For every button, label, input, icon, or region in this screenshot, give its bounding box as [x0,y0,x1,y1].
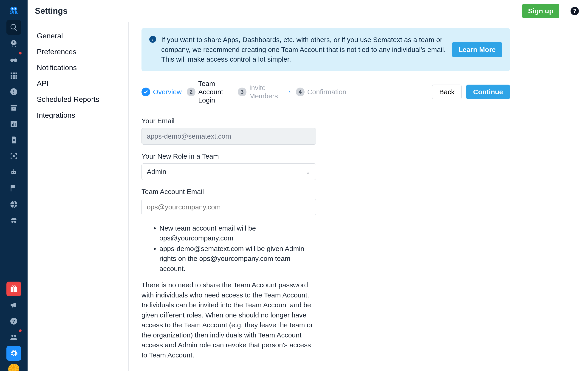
gift-icon[interactable] [6,282,21,296]
svg-rect-23 [12,124,13,126]
info-banner: i If you want to share Apps, Dashboards,… [141,28,510,71]
settings-icon[interactable] [6,346,21,361]
subnav-api[interactable]: API [28,76,128,91]
learn-more-button[interactable]: Learn More [452,42,502,57]
svg-rect-8 [13,73,15,75]
svg-rect-32 [13,169,14,171]
step-number: 3 [238,87,246,96]
svg-point-40 [12,286,14,288]
step-number: 2 [187,87,195,96]
app-logo[interactable] [3,2,24,18]
svg-point-45 [14,335,16,337]
info-icon: i [149,36,156,43]
svg-rect-15 [16,77,17,79]
svg-rect-20 [11,107,16,111]
topbar: Settings Sign up ? [28,0,588,22]
stepper: Overview 2 Team Account Login 3 Invite M… [141,79,510,110]
alert-icon[interactable] [6,84,21,99]
check-icon [141,87,150,96]
step-label: Team Account Login [198,79,233,104]
binoculars-icon[interactable] [6,52,21,67]
svg-rect-29 [11,171,16,174]
team-email-label: Team Account Email [141,188,316,196]
svg-point-30 [12,172,13,173]
grid-icon[interactable] [6,68,21,83]
svg-point-3 [15,8,16,10]
svg-rect-10 [11,75,13,77]
svg-rect-9 [16,73,17,75]
flag-icon[interactable] [6,181,21,196]
team-email-field[interactable] [141,199,316,215]
role-select[interactable]: Admin [141,164,316,180]
step-confirmation[interactable]: 4 Confirmation [296,87,346,96]
svg-rect-26 [13,139,15,140]
role-label: Your New Role in a Team [141,153,316,160]
chart-icon[interactable] [6,117,21,131]
step-label: Overview [153,88,182,96]
svg-rect-13 [11,77,13,79]
step-number: 4 [296,87,304,96]
incognito-icon[interactable] [6,213,21,228]
svg-rect-12 [16,75,17,77]
info-paragraph: There is no need to share the Team Accou… [141,280,316,360]
svg-rect-27 [13,141,15,141]
svg-point-2 [11,8,13,10]
left-rail: ? [0,0,28,371]
page-title: Settings [35,6,68,16]
list-item: apps-demo@sematext.com will be given Adm… [159,244,315,274]
chevron-right-icon: › [289,88,291,95]
rocket-icon[interactable] [6,36,21,51]
list-item: New team account email will be ops@yourc… [159,223,315,243]
step-label: Invite Members [249,84,284,100]
back-button[interactable]: Back [432,85,462,99]
svg-rect-18 [13,93,14,94]
user-avatar[interactable] [8,364,19,371]
svg-rect-7 [11,73,13,75]
email-field [141,128,316,145]
svg-point-31 [14,172,15,173]
svg-point-44 [11,335,13,337]
svg-point-41 [14,286,16,288]
signup-button[interactable]: Sign up [522,4,559,18]
svg-rect-21 [13,108,14,109]
step-invite-members[interactable]: 3 Invite Members [238,84,284,100]
svg-rect-25 [15,123,16,126]
svg-rect-36 [13,222,14,222]
svg-rect-39 [13,287,14,292]
divider [565,6,565,16]
content: i If you want to share Apps, Dashboards,… [129,22,588,371]
megaphone-icon[interactable] [6,298,21,312]
notification-badge [18,51,22,55]
search-icon[interactable] [6,20,21,35]
subnav-general[interactable]: General [28,28,128,44]
settings-subnav: General Preferences Notifications API Sc… [28,22,129,371]
svg-rect-19 [11,105,17,106]
step-label: Confirmation [307,88,346,96]
svg-rect-11 [13,75,15,77]
svg-rect-17 [13,90,14,92]
info-bullets: New team account email will be ops@yourc… [159,223,315,274]
subnav-notifications[interactable]: Notifications [28,60,128,76]
archive-icon[interactable] [6,100,21,115]
svg-point-28 [13,155,15,157]
subnav-preferences[interactable]: Preferences [28,44,128,60]
document-icon[interactable] [6,133,21,147]
svg-rect-6 [13,59,14,60]
email-label: Your Email [141,117,316,125]
notification-badge [18,329,22,333]
help-circle-icon[interactable]: ? [571,7,579,15]
svg-text:?: ? [12,319,15,324]
focus-icon[interactable] [6,149,21,164]
subnav-integrations[interactable]: Integrations [28,107,128,123]
help-icon[interactable]: ? [6,314,21,328]
team-icon[interactable] [6,330,21,345]
svg-rect-24 [13,122,14,126]
banner-text: If you want to share Apps, Dashboards, e… [161,35,447,64]
subnav-scheduled-reports[interactable]: Scheduled Reports [28,91,128,107]
robot-icon[interactable] [6,165,21,180]
globe-icon[interactable] [6,197,21,212]
svg-rect-14 [13,77,15,79]
step-team-account-login[interactable]: 2 Team Account Login [187,79,233,104]
step-overview[interactable]: Overview [141,87,182,96]
continue-button[interactable]: Continue [466,85,510,99]
